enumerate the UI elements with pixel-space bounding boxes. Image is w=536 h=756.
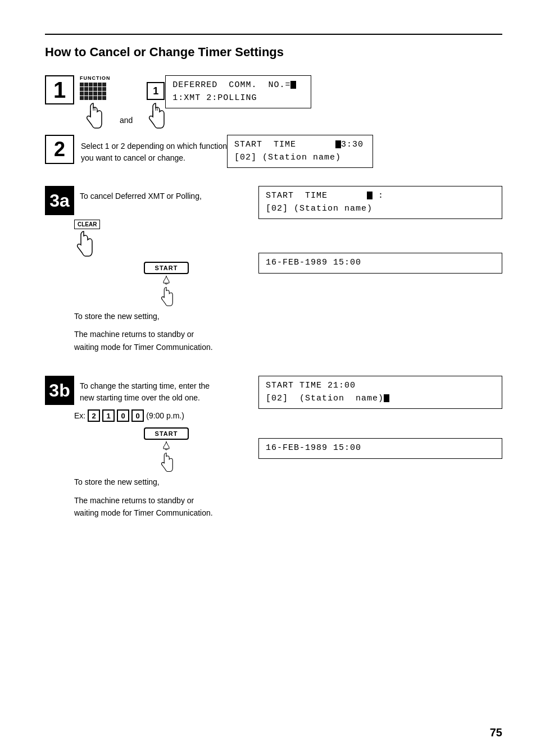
step1-keys-row: and 1 xyxy=(80,82,165,129)
step3a-display1-line2: [02] (Station name) xyxy=(266,203,495,216)
clear-hand-icon xyxy=(74,230,93,257)
start-button-3a[interactable]: START xyxy=(144,262,189,274)
page-number: 75 xyxy=(490,726,502,739)
step2-display-line2: [02] (Station name) xyxy=(234,152,366,165)
step-1-display: DEFERRED COMM. NO.= 1:XMT 2:POLLING xyxy=(165,75,502,129)
ex-key-0a: 0 xyxy=(117,409,129,422)
spacer-3a-3b xyxy=(45,359,502,376)
step-1-box: 1 xyxy=(45,75,74,104)
step-3a-left: 3a To cancel Deferred XMT or Polling, CL… xyxy=(45,186,258,353)
start-button-3b[interactable]: START xyxy=(144,427,189,440)
step1-display-box: DEFERRED COMM. NO.= 1:XMT 2:POLLING xyxy=(165,75,311,108)
start-button-3a-container: START xyxy=(85,262,247,307)
step3b-display2-line1: 16-FEB-1989 15:00 xyxy=(266,442,495,455)
clear-button[interactable]: CLEAR xyxy=(74,220,100,229)
function-label: FUNCTION xyxy=(80,75,165,81)
store-text-3b: To store the new setting, xyxy=(74,476,247,488)
and-text: and xyxy=(120,116,133,129)
page-title: How to Cancel or Change Timer Settings xyxy=(45,45,502,60)
return-text-3a: The machine returns to standby or waitin… xyxy=(74,328,247,353)
ex-key-1: 1 xyxy=(102,409,115,422)
hand-press-2-icon xyxy=(146,102,165,129)
step3b-display1: START TIME 21:00 [02] (Station name) xyxy=(258,376,502,409)
top-divider xyxy=(45,34,502,35)
step-2-row: 2 Select 1 or 2 depending on which funct… xyxy=(45,135,502,174)
step3a-display1-line1: START TIME : xyxy=(266,190,495,203)
start-button-3b-container: START xyxy=(85,427,247,472)
step2-instruction-text: Select 1 or 2 depending on which functio… xyxy=(74,135,227,164)
step-1-illustration: 1 FUNCTION xyxy=(45,75,165,129)
ex-label: Ex: xyxy=(74,411,85,420)
step3b-display1-line1: START TIME 21:00 xyxy=(266,380,495,393)
store-text-3a: To store the new setting, xyxy=(74,310,247,322)
step-3a-row: 3a To cancel Deferred XMT or Polling, CL… xyxy=(45,186,502,353)
step-3b-label: To change the starting time, enter the n… xyxy=(80,376,210,404)
ex-suffix: (9:00 p.m.) xyxy=(146,411,184,420)
step3a-display2: 16-FEB-1989 15:00 xyxy=(258,253,502,274)
step-3b-right: START TIME 21:00 [02] (Station name) 16-… xyxy=(258,376,502,519)
step1-display-line1: DEFERRED COMM. NO.= xyxy=(172,79,304,92)
example-keys-row: Ex: 2 1 0 0 (9:00 p.m.) xyxy=(74,409,247,422)
start-hand-icon-3a xyxy=(157,286,176,307)
step-3a-right: START TIME : [02] (Station name) 16-FEB-… xyxy=(258,186,502,353)
step-3b-left: 3b To change the starting time, enter th… xyxy=(45,376,258,519)
step3a-display2-line1: 16-FEB-1989 15:00 xyxy=(266,257,495,270)
step-3a-label: To cancel Deferred XMT or Polling, xyxy=(80,186,202,202)
key-1-button: 1 xyxy=(147,82,165,100)
ex-key-2: 2 xyxy=(88,409,100,422)
step3b-display2: 16-FEB-1989 15:00 xyxy=(258,438,502,459)
step-2-illustration: 2 Select 1 or 2 depending on which funct… xyxy=(45,135,227,174)
start-bell-icon-3a xyxy=(158,275,175,286)
step2-display-line1: START TIME 3:30 xyxy=(234,139,366,152)
step-1-row: 1 FUNCTION xyxy=(45,75,502,129)
keyboard-icon xyxy=(80,83,106,100)
step-3b-box: 3b xyxy=(45,376,74,405)
step3b-display1-line2: [02] (Station name) xyxy=(266,393,495,406)
step-3b-row: 3b To change the starting time, enter th… xyxy=(45,376,502,519)
step-2-box: 2 xyxy=(45,135,74,164)
hand-press-icon xyxy=(84,102,103,129)
step-2-display: START TIME 3:30 [02] (Station name) xyxy=(227,135,502,174)
step1-display-line2: 1:XMT 2:POLLING xyxy=(172,92,304,105)
return-text-3b: The machine returns to standby or waitin… xyxy=(74,494,247,520)
start-bell-icon-3b xyxy=(158,441,175,452)
step-3a-box: 3a xyxy=(45,186,74,215)
ex-key-0b: 0 xyxy=(131,409,144,422)
step2-display-box: START TIME 3:30 [02] (Station name) xyxy=(227,135,373,168)
step3a-display1: START TIME : [02] (Station name) xyxy=(258,186,502,219)
start-hand-icon-3b xyxy=(157,452,176,472)
